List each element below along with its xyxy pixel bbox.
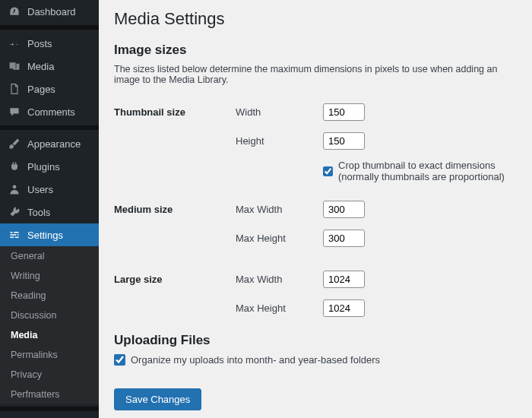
gauge-icon: [8, 5, 21, 17]
sidebar-item-label: Appearance: [27, 138, 81, 150]
sidebar-item-label: Dashboard: [27, 6, 76, 17]
organize-checkbox[interactable]: [114, 354, 125, 366]
max-height-label: Max Height: [236, 302, 323, 314]
wrench-icon: [8, 206, 21, 218]
sidebar-item-label: Posts: [27, 38, 52, 49]
sidebar-item-label: Plugins: [27, 161, 60, 173]
large-heading: Large size: [114, 274, 236, 285]
thumbnail-height-row: Height: [114, 126, 517, 155]
sidebar-sub-writing[interactable]: Writing: [0, 266, 99, 286]
sidebar-item-media[interactable]: Media: [0, 55, 99, 78]
organize-checkbox-row: Organize my uploads into month- and year…: [114, 354, 517, 366]
sidebar-item-dashboard[interactable]: Dashboard: [0, 0, 99, 23]
large-width-row: Large size Max Width: [114, 264, 517, 293]
medium-heading: Medium size: [114, 204, 236, 215]
sidebar-item-tools[interactable]: Tools: [0, 201, 99, 223]
sidebar-sub-reading[interactable]: Reading: [0, 286, 99, 306]
sidebar-separator: [0, 407, 99, 411]
medium-width-row: Medium size Max Width: [114, 195, 517, 223]
crop-checkbox[interactable]: [323, 166, 333, 177]
thumbnail-width-input[interactable]: [323, 103, 365, 121]
sliders-icon: [8, 229, 21, 241]
page-title: Media Settings: [114, 9, 517, 29]
sidebar-item-label: Tools: [27, 207, 50, 218]
sidebar-item-plugins[interactable]: Plugins: [0, 155, 99, 178]
sidebar-separator: [0, 125, 99, 130]
sidebar-sub-media[interactable]: Media: [0, 325, 99, 345]
large-width-input[interactable]: [323, 271, 365, 288]
sidebar-item-label: Settings: [27, 230, 63, 241]
save-button[interactable]: Save Changes: [114, 388, 201, 410]
user-icon: [8, 183, 21, 195]
brush-icon: [8, 138, 21, 150]
large-height-row: Max Height: [114, 293, 517, 322]
plug-icon: [8, 160, 21, 173]
sidebar-item-label: Comments: [27, 106, 75, 118]
sidebar-item-users[interactable]: Users: [0, 178, 99, 201]
crop-checkbox-row: Crop thumbnail to exact dimensions (norm…: [323, 160, 517, 182]
large-height-input[interactable]: [323, 299, 365, 317]
max-width-label: Max Width: [236, 274, 323, 285]
thumbnail-heading: Thumbnail size: [114, 106, 236, 118]
sidebar-sub-general[interactable]: General: [0, 246, 99, 266]
medium-height-row: Max Height: [114, 223, 517, 252]
sidebar-item-comments[interactable]: Comments: [0, 100, 99, 123]
height-label: Height: [236, 135, 323, 147]
sidebar-sub-perfmatters[interactable]: Perfmatters: [0, 385, 99, 404]
sidebar-item-settings[interactable]: Settings: [0, 223, 99, 246]
page-icon: [8, 83, 21, 95]
pin-icon: [8, 37, 21, 49]
sidebar-item-appearance[interactable]: Appearance: [0, 132, 99, 155]
crop-label[interactable]: Crop thumbnail to exact dimensions (norm…: [338, 160, 517, 182]
sidebar-item-pages[interactable]: Pages: [0, 78, 99, 100]
sidebar-item-label: Media: [27, 61, 54, 72]
comment-icon: [8, 106, 21, 118]
sidebar-sub-discussion[interactable]: Discussion: [0, 306, 99, 325]
organize-label[interactable]: Organize my uploads into month- and year…: [131, 354, 380, 366]
section-heading-image-sizes: Image sizes: [114, 43, 517, 58]
main-content: Media Settings Image sizes The sizes lis…: [99, 0, 532, 418]
sidebar-item-label: Pages: [27, 84, 55, 95]
medium-height-input[interactable]: [323, 230, 365, 247]
max-width-label: Max Width: [236, 204, 323, 215]
section-heading-uploading: Uploading Files: [114, 333, 517, 348]
sidebar-separator: [0, 25, 99, 30]
medium-width-input[interactable]: [323, 201, 365, 218]
media-icon: [8, 60, 21, 72]
description-text: The sizes listed below determine the max…: [114, 64, 517, 85]
thumbnail-height-input[interactable]: [323, 132, 365, 150]
width-label: Width: [236, 106, 323, 118]
svg-point-0: [13, 185, 17, 188]
admin-sidebar: Dashboard Posts Media Pages Comments App…: [0, 0, 99, 418]
sidebar-item-seo[interactable]: SEO: [0, 413, 99, 418]
max-height-label: Max Height: [236, 233, 323, 244]
sidebar-item-label: Users: [27, 184, 53, 195]
thumbnail-width-row: Thumbnail size Width: [114, 97, 517, 126]
sidebar-sub-privacy[interactable]: Privacy: [0, 365, 99, 385]
sidebar-sub-permalinks[interactable]: Permalinks: [0, 345, 99, 365]
sidebar-item-posts[interactable]: Posts: [0, 32, 99, 55]
